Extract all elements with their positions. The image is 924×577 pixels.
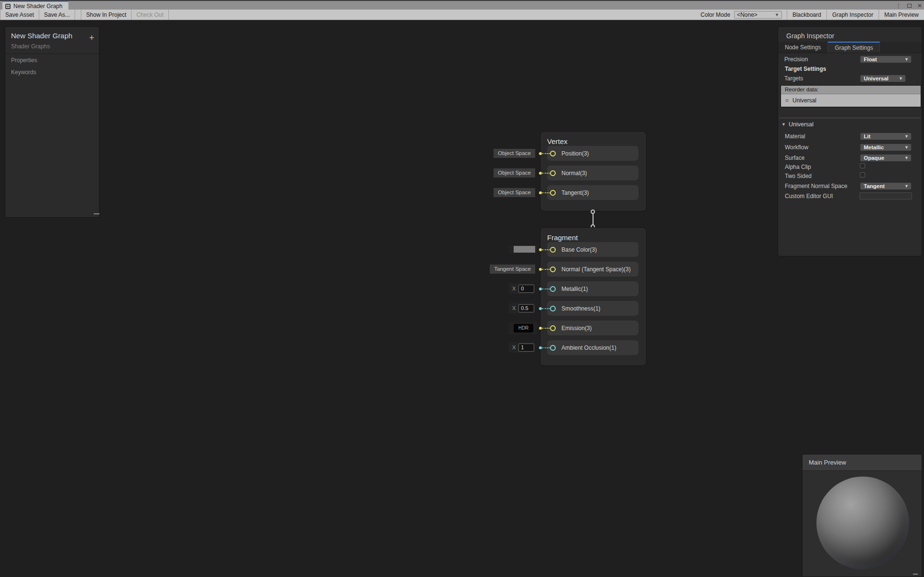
edge-dash [542, 249, 550, 250]
metallic-value-field[interactable]: X 0 [509, 283, 534, 294]
slot-label: Emission(3) [561, 325, 592, 332]
graph-inspector-toggle-button[interactable]: Graph Inspector [826, 10, 879, 20]
document-tab[interactable]: New Shader Graph [2, 1, 68, 11]
position-space-dropdown[interactable]: Object Space [494, 149, 535, 158]
kebab-menu-icon[interactable]: ⋮ [896, 2, 902, 10]
edge-dot-icon [539, 191, 542, 194]
tab-graph-settings[interactable]: Graph Settings [828, 42, 880, 53]
edge-dot-icon [539, 248, 542, 251]
emission-color-field[interactable]: HDR [509, 322, 537, 334]
surface-dropdown[interactable]: Opaque ▼ [860, 154, 912, 162]
add-property-button[interactable]: + [89, 34, 94, 41]
drag-handle-icon[interactable]: = [785, 97, 789, 104]
base-color-input-port[interactable] [550, 247, 556, 253]
tangent-input-port[interactable] [550, 190, 556, 196]
maximize-icon[interactable] [907, 4, 912, 8]
fragment-slot-ambient-occlusion[interactable]: X 1 Ambient Occlusion(1) [547, 340, 638, 355]
fragment-slot-base-color[interactable]: Base Color(3) [547, 242, 638, 257]
x-component-label: X [512, 305, 516, 311]
edge-dot-icon [539, 152, 542, 155]
edge-dash [542, 328, 550, 329]
smoothness-input-port[interactable] [550, 306, 556, 311]
material-value: Lit [864, 133, 870, 139]
preview-sphere[interactable] [816, 477, 909, 569]
slot-label: Ambient Occlusion(1) [561, 344, 616, 351]
normal-space-dropdown[interactable]: Tangent Space [490, 265, 535, 274]
main-preview-viewport[interactable] [803, 471, 922, 577]
normal-input-port[interactable] [550, 170, 556, 176]
precision-label: Precision [784, 56, 808, 63]
edge-dot-icon [539, 268, 542, 271]
slot-label: Position(3) [561, 150, 589, 157]
emission-input-port[interactable] [550, 325, 556, 331]
blackboard-header: New Shader Graph Shader Graphs + [5, 27, 99, 54]
universal-foldout[interactable]: ▼ Universal [781, 121, 814, 128]
targets-value: Universal [864, 76, 889, 81]
graph-inspector-panel: Graph Inspector Node Settings Graph Sett… [778, 26, 922, 256]
base-color-field[interactable] [509, 245, 537, 253]
vertex-context-node[interactable]: Vertex Object Space Position(3) Object S… [540, 131, 647, 211]
surface-label: Surface [785, 155, 804, 161]
main-preview-resize-handle[interactable] [913, 574, 918, 575]
hdr-color-swatch[interactable]: HDR [514, 324, 533, 333]
edge-dash [542, 153, 550, 154]
alpha-clip-checkbox[interactable] [860, 163, 865, 168]
blackboard-section-properties[interactable]: Properties [5, 54, 99, 66]
blackboard-title[interactable]: New Shader Graph [11, 32, 93, 40]
position-input-port[interactable] [550, 151, 556, 156]
surface-value: Opaque [864, 155, 884, 161]
color-swatch[interactable] [514, 246, 535, 253]
edge-dash [542, 269, 550, 270]
fragment-slot-metallic[interactable]: X 0 Metallic(1) [547, 281, 638, 296]
reorder-item-universal[interactable]: = Universal [781, 94, 921, 107]
two-sided-checkbox[interactable] [860, 172, 865, 178]
edge-dot-icon [539, 307, 542, 310]
close-icon[interactable]: ✕ [917, 2, 922, 10]
ambient-occlusion-value-input[interactable]: 1 [518, 344, 534, 352]
normal-input-port[interactable] [550, 266, 556, 272]
toolbar-right-group: Color Mode <None> ▼ Blackboard Graph Ins… [697, 10, 924, 20]
custom-editor-gui-input[interactable] [859, 192, 912, 200]
precision-dropdown[interactable]: Float ▼ [860, 55, 912, 63]
material-label: Material [785, 133, 805, 140]
normal-space-dropdown[interactable]: Object Space [494, 168, 535, 178]
fragment-normal-space-dropdown[interactable]: Tangent ▼ [860, 182, 912, 190]
blackboard-section-keywords[interactable]: Keywords [5, 66, 99, 78]
vertex-fragment-edge [593, 214, 594, 225]
smoothness-value-input[interactable]: 0.5 [518, 304, 534, 312]
color-mode-dropdown[interactable]: <None> ▼ [734, 11, 782, 19]
window-titlebar: New Shader Graph ⋮ ✕ [0, 0, 924, 10]
main-preview-toggle-button[interactable]: Main Preview [879, 10, 924, 20]
fragment-slot-smoothness[interactable]: X 0.5 Smoothness(1) [547, 301, 638, 316]
fragment-normal-space-label: Fragment Normal Space [785, 183, 847, 189]
blackboard-resize-handle[interactable] [94, 213, 99, 214]
fragment-slot-emission[interactable]: HDR Emission(3) [547, 321, 638, 335]
vertex-slot-tangent[interactable]: Object Space Tangent(3) [547, 185, 638, 200]
main-preview-header[interactable]: Main Preview [803, 455, 922, 471]
tab-node-settings[interactable]: Node Settings [778, 42, 828, 53]
fragment-context-node[interactable]: Fragment Base Color(3) Tangent Space Nor… [540, 227, 647, 366]
ambient-occlusion-input-port[interactable] [550, 345, 556, 351]
tangent-space-dropdown[interactable]: Object Space [494, 188, 535, 197]
edge-dot-icon [539, 346, 542, 349]
smoothness-value-field[interactable]: X 0.5 [509, 303, 534, 313]
material-dropdown[interactable]: Lit ▼ [860, 133, 912, 140]
save-asset-button[interactable]: Save Asset [0, 10, 39, 20]
workflow-label: Workflow [785, 144, 808, 151]
ambient-occlusion-value-field[interactable]: X 1 [509, 342, 534, 353]
fragment-slot-normal[interactable]: Tangent Space Normal (Tangent Space)(3) [547, 262, 638, 277]
targets-dropdown[interactable]: Universal ▼ [860, 75, 906, 82]
vertex-output-connector[interactable] [591, 210, 595, 214]
shader-graph-toolbar: Save Asset Save As... Show In Project Ch… [0, 10, 924, 20]
metallic-input-port[interactable] [550, 286, 556, 292]
workflow-dropdown[interactable]: Metallic ▼ [860, 144, 912, 151]
edge-dash [542, 308, 550, 309]
blackboard-toggle-button[interactable]: Blackboard [787, 10, 826, 20]
workflow-value: Metallic [864, 144, 884, 150]
fragment-normal-space-value: Tangent [864, 183, 885, 189]
vertex-slot-position[interactable]: Object Space Position(3) [547, 146, 638, 161]
metallic-value-input[interactable]: 0 [518, 285, 534, 293]
show-in-project-button[interactable]: Show In Project [81, 10, 132, 20]
save-as-button[interactable]: Save As... [39, 10, 75, 20]
vertex-slot-normal[interactable]: Object Space Normal(3) [547, 166, 638, 180]
